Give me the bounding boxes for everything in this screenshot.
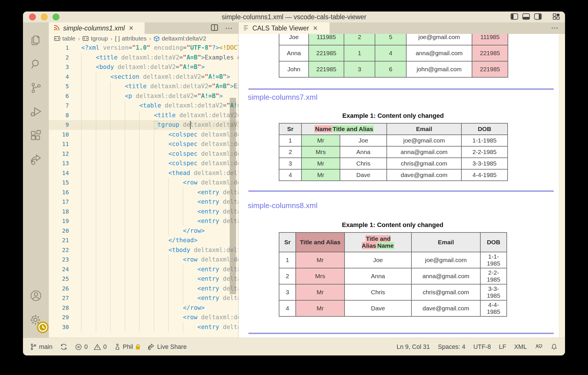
status-bar: main 0 0 Phil Live Share Ln 9, Col 31 Sp… <box>23 338 565 355</box>
sync-status[interactable] <box>60 343 67 351</box>
close-tab-icon[interactable]: × <box>129 24 134 32</box>
toggle-primary-sidebar-icon[interactable] <box>510 13 518 20</box>
tab-cals-table-viewer[interactable]: CALS Table Viewer × <box>239 22 330 34</box>
settings-gear-icon[interactable] <box>30 314 42 327</box>
account-icon[interactable] <box>30 289 42 302</box>
element-icon <box>82 36 89 41</box>
table-cell: joe@gmail.com <box>411 252 480 268</box>
editor-tab-bar: simple-columns1.xml × ⋯ <box>49 22 238 34</box>
breadcrumb-item-tgroup[interactable]: tgroup <box>91 35 108 42</box>
more-actions-icon[interactable]: ⋯ <box>225 24 233 33</box>
code-line[interactable]: 25 <entry deltaxml:deltaV2="A!=B"> <box>49 274 238 284</box>
customize-layout-icon[interactable] <box>553 13 560 20</box>
webview-scrollbar[interactable] <box>559 34 565 338</box>
code-line[interactable]: 15 <row deltaxml:deltaV2="A!=B"> <box>49 178 238 188</box>
code-line[interactable]: 13 <colspec deltaxml:deltaV2="A=B" colna… <box>49 159 238 168</box>
code-editor[interactable]: 1<?xml version="1.0" encoding="UTF-8"?><… <box>49 43 238 338</box>
live-share-icon[interactable] <box>30 153 42 166</box>
code-line[interactable]: 22 <tbody deltaxml:deltaV2="A!=B"> <box>49 245 238 255</box>
line-number: 27 <box>49 293 69 303</box>
code-line[interactable]: 9 <tgroup deltaxml:deltaV2="A!=B" cols="… <box>49 120 238 130</box>
code-line[interactable]: 3 <body deltaxml:deltaV2="A!=B"> <box>49 62 238 72</box>
code-line[interactable]: 14 <thead deltaxml:deltaV2="A!=B"> <box>49 168 238 178</box>
extensions-icon[interactable] <box>30 129 42 142</box>
table-cell: 3-3-1985 <box>461 158 508 169</box>
more-actions-icon[interactable]: ⋯ <box>551 24 559 32</box>
code-line[interactable]: 6 <p deltaxml:deltaV2="A!=B"> <box>49 91 238 101</box>
code-line[interactable]: 10 <colspec deltaxml:deltaV2="A=B" colna… <box>49 130 238 140</box>
code-line[interactable]: 2 <title deltaxml:deltaV2="A=B">Examples… <box>49 53 238 63</box>
table-cell: Mr <box>301 135 340 146</box>
code-line[interactable]: 11 <colspec deltaxml:deltaV2="A=B" colna… <box>49 139 238 149</box>
table-cell: joe@gmail.com <box>387 135 461 146</box>
table-cell: 3 <box>279 284 296 300</box>
col-header-diff: NameTitle and Alias <box>301 123 387 135</box>
table-cell: 2 <box>279 268 296 284</box>
tab-simple-columns1[interactable]: simple-columns1.xml × <box>49 22 145 34</box>
live-share-status[interactable]: Live Share <box>147 343 187 351</box>
breadcrumb-item-attributes[interactable]: attributes <box>122 35 146 42</box>
code-line[interactable]: 29 <row deltaxml:deltaV2="A!=B"> <box>49 313 238 322</box>
line-number: 22 <box>49 245 69 255</box>
code-line[interactable]: 4 <section deltaxml:deltaV2="A!=B"> <box>49 72 238 82</box>
breadcrumb-item-table[interactable]: table <box>62 35 76 42</box>
split-editor-icon[interactable] <box>211 24 218 32</box>
code-line[interactable]: 24 <entry deltaxml:deltaV2="A=B"> <box>49 265 238 274</box>
language-mode-status[interactable]: XML <box>514 343 527 351</box>
code-line[interactable]: 12 <colspec deltaxml:deltaV2="A=B" colna… <box>49 149 238 159</box>
tab-label: CALS Table Viewer <box>252 24 309 32</box>
col-header: Sr <box>279 232 296 252</box>
run-debug-icon[interactable] <box>30 105 42 118</box>
notifications-bell-icon[interactable] <box>551 343 558 351</box>
line-number: 15 <box>49 178 69 188</box>
code-line[interactable]: 7 <table deltaxml:deltaV2="A!=B"> <box>49 101 238 111</box>
line-number: 26 <box>49 284 69 294</box>
code-line[interactable]: 16 <entry deltaxml:deltaV2="A=B"> <box>49 188 238 197</box>
line-number: 17 <box>49 197 69 207</box>
file-link[interactable]: simple-columns8.xml <box>248 201 318 210</box>
explorer-icon[interactable] <box>30 34 42 47</box>
code-line[interactable]: 27 <entry deltaxml:deltaV2="A=B"> <box>49 293 238 303</box>
search-icon[interactable] <box>30 58 42 70</box>
code-line[interactable]: 28 </row> <box>49 303 238 313</box>
breadcrumb-item-namespace[interactable]: deltaxml:deltaV2 <box>162 35 206 42</box>
problems-status[interactable]: 0 0 <box>75 343 107 351</box>
table-cell: anna@gmail.com <box>406 45 472 61</box>
encoding-status[interactable]: UTF-8 <box>473 343 491 351</box>
toggle-panel-icon[interactable] <box>522 13 530 20</box>
table-caption: Example 1: Content only changed <box>279 221 506 229</box>
code-line[interactable]: 30 <entry deltaxml:deltaV2="A=B"> <box>49 322 238 332</box>
code-line[interactable]: 23 <row deltaxml:deltaV2="A!=B"> <box>49 255 238 265</box>
code-line[interactable]: 19 <entry deltaxml:deltaV2="A=B"> <box>49 216 238 226</box>
code-line[interactable]: 1<?xml version="1.0" encoding="UTF-8"?><… <box>49 43 238 53</box>
col-header: DOB <box>480 232 507 252</box>
feedback-icon[interactable] <box>535 343 543 351</box>
eol-status[interactable]: LF <box>499 343 506 351</box>
tab-label: simple-columns1.xml <box>63 24 125 32</box>
editor-scrollbar[interactable] <box>230 98 236 294</box>
live-share-user-status[interactable]: Phil <box>114 343 140 351</box>
code-line[interactable]: 21 </thead> <box>49 236 238 245</box>
git-branch-status[interactable]: main <box>30 343 53 351</box>
code-line[interactable]: 8 <title deltaxml:deltaV2="A=B">A simple… <box>49 111 238 120</box>
table-cell: Anna <box>345 268 411 284</box>
table-row: John22198536john@gmail.com221985 <box>279 61 508 77</box>
cursor-position-status[interactable]: Ln 9, Col 31 <box>396 343 430 351</box>
code-line[interactable]: 20 </row> <box>49 226 238 236</box>
code-line[interactable]: 5 <title deltaxml:deltaV2="A=B">Example … <box>49 82 238 91</box>
file-link[interactable]: simple-columns7.xml <box>248 93 318 102</box>
code-line[interactable]: 18 <entry deltaxml:deltaV2="A=B"> <box>49 207 238 217</box>
indentation-status[interactable]: Spaces: 4 <box>438 343 465 351</box>
code-line[interactable]: 17 <entry deltaxml:deltaV2="A!=B"> <box>49 197 238 207</box>
table-row: 2MrsAnnaanna@gmail.com2-2-1985 <box>279 268 507 284</box>
table-cell: 4-4-1985 <box>480 300 507 316</box>
line-number: 13 <box>49 159 69 168</box>
close-tab-icon[interactable]: × <box>313 24 318 32</box>
source-control-icon[interactable] <box>30 82 42 94</box>
lock-icon <box>136 346 140 349</box>
line-number: 29 <box>49 313 69 322</box>
line-number: 20 <box>49 226 69 236</box>
toggle-secondary-sidebar-icon[interactable] <box>534 13 542 20</box>
section-divider <box>248 191 554 192</box>
code-line[interactable]: 26 <entry deltaxml:deltaV2="A=B"> <box>49 284 238 294</box>
